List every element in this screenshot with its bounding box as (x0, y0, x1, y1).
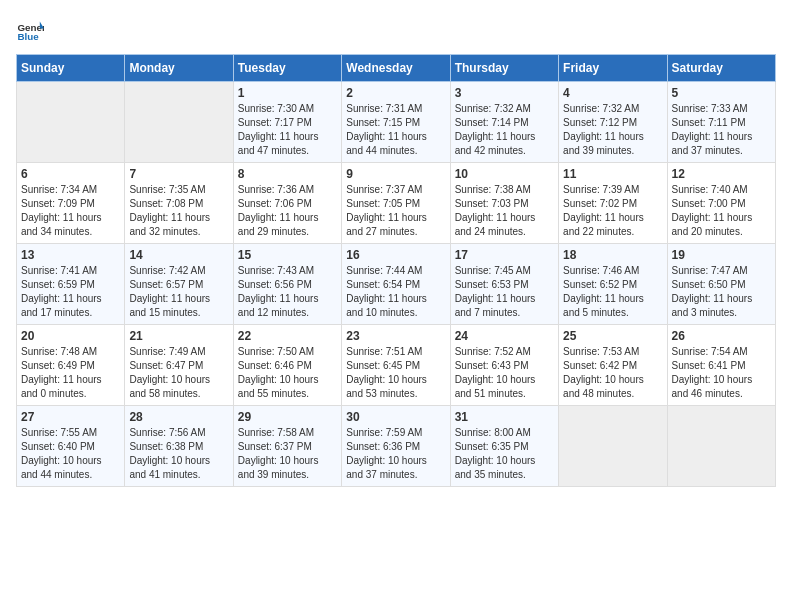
day-number: 31 (455, 410, 554, 424)
day-number: 19 (672, 248, 771, 262)
calendar-day-cell (125, 82, 233, 163)
calendar-day-cell: 12Sunrise: 7:40 AM Sunset: 7:00 PM Dayli… (667, 163, 775, 244)
day-info: Sunrise: 7:32 AM Sunset: 7:12 PM Dayligh… (563, 102, 662, 158)
day-number: 7 (129, 167, 228, 181)
day-number: 16 (346, 248, 445, 262)
day-number: 6 (21, 167, 120, 181)
day-number: 14 (129, 248, 228, 262)
day-number: 15 (238, 248, 337, 262)
calendar-day-cell: 19Sunrise: 7:47 AM Sunset: 6:50 PM Dayli… (667, 244, 775, 325)
day-info: Sunrise: 7:53 AM Sunset: 6:42 PM Dayligh… (563, 345, 662, 401)
calendar-day-cell: 9Sunrise: 7:37 AM Sunset: 7:05 PM Daylig… (342, 163, 450, 244)
calendar-day-cell: 10Sunrise: 7:38 AM Sunset: 7:03 PM Dayli… (450, 163, 558, 244)
day-number: 24 (455, 329, 554, 343)
day-number: 30 (346, 410, 445, 424)
day-info: Sunrise: 7:30 AM Sunset: 7:17 PM Dayligh… (238, 102, 337, 158)
day-info: Sunrise: 7:31 AM Sunset: 7:15 PM Dayligh… (346, 102, 445, 158)
day-number: 22 (238, 329, 337, 343)
day-info: Sunrise: 7:32 AM Sunset: 7:14 PM Dayligh… (455, 102, 554, 158)
calendar-day-cell (559, 406, 667, 487)
day-number: 1 (238, 86, 337, 100)
day-number: 23 (346, 329, 445, 343)
day-info: Sunrise: 7:39 AM Sunset: 7:02 PM Dayligh… (563, 183, 662, 239)
day-number: 21 (129, 329, 228, 343)
calendar-table: SundayMondayTuesdayWednesdayThursdayFrid… (16, 54, 776, 487)
day-info: Sunrise: 7:45 AM Sunset: 6:53 PM Dayligh… (455, 264, 554, 320)
calendar-day-cell: 5Sunrise: 7:33 AM Sunset: 7:11 PM Daylig… (667, 82, 775, 163)
calendar-week-row: 1Sunrise: 7:30 AM Sunset: 7:17 PM Daylig… (17, 82, 776, 163)
day-info: Sunrise: 7:59 AM Sunset: 6:36 PM Dayligh… (346, 426, 445, 482)
weekday-header: Tuesday (233, 55, 341, 82)
day-info: Sunrise: 7:43 AM Sunset: 6:56 PM Dayligh… (238, 264, 337, 320)
day-info: Sunrise: 7:40 AM Sunset: 7:00 PM Dayligh… (672, 183, 771, 239)
day-number: 28 (129, 410, 228, 424)
day-info: Sunrise: 7:37 AM Sunset: 7:05 PM Dayligh… (346, 183, 445, 239)
day-number: 25 (563, 329, 662, 343)
day-info: Sunrise: 7:46 AM Sunset: 6:52 PM Dayligh… (563, 264, 662, 320)
day-number: 3 (455, 86, 554, 100)
calendar-day-cell: 28Sunrise: 7:56 AM Sunset: 6:38 PM Dayli… (125, 406, 233, 487)
day-number: 4 (563, 86, 662, 100)
calendar-day-cell: 17Sunrise: 7:45 AM Sunset: 6:53 PM Dayli… (450, 244, 558, 325)
day-number: 20 (21, 329, 120, 343)
calendar-day-cell: 31Sunrise: 8:00 AM Sunset: 6:35 PM Dayli… (450, 406, 558, 487)
day-number: 2 (346, 86, 445, 100)
day-info: Sunrise: 7:54 AM Sunset: 6:41 PM Dayligh… (672, 345, 771, 401)
day-number: 18 (563, 248, 662, 262)
day-info: Sunrise: 7:48 AM Sunset: 6:49 PM Dayligh… (21, 345, 120, 401)
day-number: 26 (672, 329, 771, 343)
day-number: 11 (563, 167, 662, 181)
calendar-day-cell: 30Sunrise: 7:59 AM Sunset: 6:36 PM Dayli… (342, 406, 450, 487)
day-info: Sunrise: 7:55 AM Sunset: 6:40 PM Dayligh… (21, 426, 120, 482)
calendar-day-cell: 15Sunrise: 7:43 AM Sunset: 6:56 PM Dayli… (233, 244, 341, 325)
calendar-day-cell: 8Sunrise: 7:36 AM Sunset: 7:06 PM Daylig… (233, 163, 341, 244)
page-header: General Blue (16, 16, 776, 44)
calendar-day-cell: 4Sunrise: 7:32 AM Sunset: 7:12 PM Daylig… (559, 82, 667, 163)
day-number: 8 (238, 167, 337, 181)
calendar-day-cell: 29Sunrise: 7:58 AM Sunset: 6:37 PM Dayli… (233, 406, 341, 487)
day-info: Sunrise: 7:34 AM Sunset: 7:09 PM Dayligh… (21, 183, 120, 239)
svg-text:Blue: Blue (17, 31, 39, 42)
calendar-day-cell: 27Sunrise: 7:55 AM Sunset: 6:40 PM Dayli… (17, 406, 125, 487)
day-info: Sunrise: 7:50 AM Sunset: 6:46 PM Dayligh… (238, 345, 337, 401)
day-number: 13 (21, 248, 120, 262)
calendar-day-cell: 11Sunrise: 7:39 AM Sunset: 7:02 PM Dayli… (559, 163, 667, 244)
calendar-day-cell: 3Sunrise: 7:32 AM Sunset: 7:14 PM Daylig… (450, 82, 558, 163)
day-info: Sunrise: 7:56 AM Sunset: 6:38 PM Dayligh… (129, 426, 228, 482)
calendar-day-cell: 18Sunrise: 7:46 AM Sunset: 6:52 PM Dayli… (559, 244, 667, 325)
calendar-day-cell: 7Sunrise: 7:35 AM Sunset: 7:08 PM Daylig… (125, 163, 233, 244)
calendar-week-row: 27Sunrise: 7:55 AM Sunset: 6:40 PM Dayli… (17, 406, 776, 487)
calendar-day-cell: 23Sunrise: 7:51 AM Sunset: 6:45 PM Dayli… (342, 325, 450, 406)
day-number: 9 (346, 167, 445, 181)
day-number: 29 (238, 410, 337, 424)
day-info: Sunrise: 7:44 AM Sunset: 6:54 PM Dayligh… (346, 264, 445, 320)
day-number: 17 (455, 248, 554, 262)
day-info: Sunrise: 7:47 AM Sunset: 6:50 PM Dayligh… (672, 264, 771, 320)
weekday-header: Thursday (450, 55, 558, 82)
calendar-day-cell: 22Sunrise: 7:50 AM Sunset: 6:46 PM Dayli… (233, 325, 341, 406)
day-number: 27 (21, 410, 120, 424)
calendar-day-cell: 6Sunrise: 7:34 AM Sunset: 7:09 PM Daylig… (17, 163, 125, 244)
calendar-header-row: SundayMondayTuesdayWednesdayThursdayFrid… (17, 55, 776, 82)
day-info: Sunrise: 7:33 AM Sunset: 7:11 PM Dayligh… (672, 102, 771, 158)
day-info: Sunrise: 7:36 AM Sunset: 7:06 PM Dayligh… (238, 183, 337, 239)
day-info: Sunrise: 7:58 AM Sunset: 6:37 PM Dayligh… (238, 426, 337, 482)
day-info: Sunrise: 7:52 AM Sunset: 6:43 PM Dayligh… (455, 345, 554, 401)
weekday-header: Saturday (667, 55, 775, 82)
logo: General Blue (16, 16, 48, 44)
calendar-week-row: 13Sunrise: 7:41 AM Sunset: 6:59 PM Dayli… (17, 244, 776, 325)
day-number: 5 (672, 86, 771, 100)
calendar-day-cell: 24Sunrise: 7:52 AM Sunset: 6:43 PM Dayli… (450, 325, 558, 406)
weekday-header: Wednesday (342, 55, 450, 82)
calendar-day-cell: 2Sunrise: 7:31 AM Sunset: 7:15 PM Daylig… (342, 82, 450, 163)
calendar-week-row: 6Sunrise: 7:34 AM Sunset: 7:09 PM Daylig… (17, 163, 776, 244)
day-info: Sunrise: 8:00 AM Sunset: 6:35 PM Dayligh… (455, 426, 554, 482)
calendar-week-row: 20Sunrise: 7:48 AM Sunset: 6:49 PM Dayli… (17, 325, 776, 406)
day-info: Sunrise: 7:35 AM Sunset: 7:08 PM Dayligh… (129, 183, 228, 239)
weekday-header: Sunday (17, 55, 125, 82)
calendar-day-cell (17, 82, 125, 163)
calendar-day-cell: 26Sunrise: 7:54 AM Sunset: 6:41 PM Dayli… (667, 325, 775, 406)
day-info: Sunrise: 7:51 AM Sunset: 6:45 PM Dayligh… (346, 345, 445, 401)
day-info: Sunrise: 7:41 AM Sunset: 6:59 PM Dayligh… (21, 264, 120, 320)
logo-icon: General Blue (16, 16, 44, 44)
